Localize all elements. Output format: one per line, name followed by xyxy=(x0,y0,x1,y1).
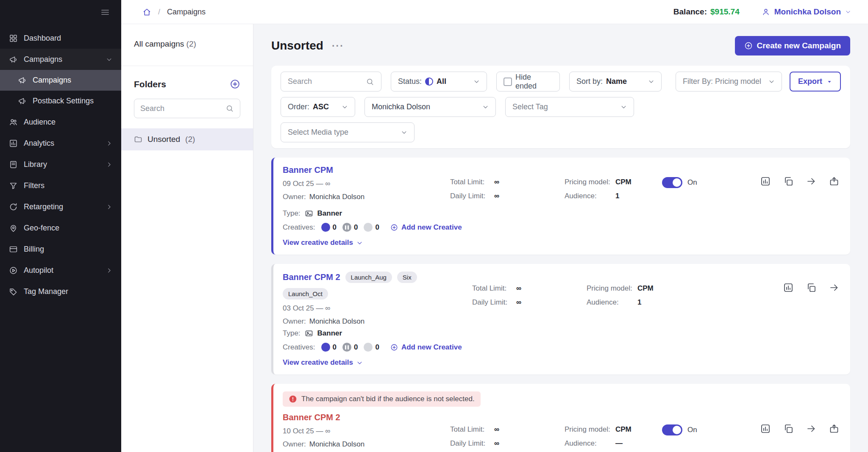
inactive-creatives-dot xyxy=(364,223,373,232)
copy-icon[interactable] xyxy=(783,176,793,186)
create-campaign-label: Create new Campaign xyxy=(757,41,841,50)
add-new-creative-label: Add new Creative xyxy=(401,223,462,232)
folder-icon xyxy=(134,135,142,144)
copy-icon[interactable] xyxy=(783,424,793,434)
export-button[interactable]: Export xyxy=(790,72,841,92)
campaign-title[interactable]: Banner CPM xyxy=(283,165,333,175)
pricing-model-value: CPM xyxy=(637,284,654,293)
statistics-icon[interactable] xyxy=(760,424,771,434)
all-campaigns-link[interactable]: All campaigns (2) xyxy=(121,24,253,66)
more-options-icon[interactable]: ··· xyxy=(332,41,344,51)
filters-icon xyxy=(9,181,18,190)
campaign-title[interactable]: Banner CPM 2 xyxy=(283,413,340,422)
campaign-owner: Owner: Monichka Dolson xyxy=(283,440,443,449)
sidebar-item-library[interactable]: Library xyxy=(0,154,121,175)
sidebar-item-autopilot[interactable]: Autopilot xyxy=(0,260,121,281)
paused-creatives-dot xyxy=(342,343,351,352)
campaign-tag: Launch_Aug xyxy=(345,272,392,283)
total-limit-label: Total Limit: xyxy=(450,178,491,186)
campaign-owner: Owner: Monichka Dolson xyxy=(283,317,465,326)
campaign-date-range: 03 Oct 25 — ∞ xyxy=(283,304,465,313)
daily-limit-label: Daily Limit: xyxy=(472,298,513,307)
sidebar-item-geo-fence[interactable]: Geo-fence xyxy=(0,217,121,238)
sidebar-item-filters[interactable]: Filters xyxy=(0,175,121,196)
filter-by-pricing-dropdown[interactable]: Filter By: Pricing model xyxy=(676,72,782,92)
pricing-model-value: CPM xyxy=(615,178,632,186)
all-campaigns-count: (2) xyxy=(186,39,196,48)
audience-icon xyxy=(9,118,18,127)
sidebar-item-analytics[interactable]: Analytics xyxy=(0,133,121,154)
hide-ended-checkbox[interactable] xyxy=(504,78,512,86)
retargeting-icon xyxy=(9,202,18,211)
status-value: All xyxy=(437,77,446,86)
owner-value: Monichka Dolson xyxy=(309,440,364,449)
statistics-icon[interactable] xyxy=(760,176,771,186)
add-folder-icon[interactable] xyxy=(230,79,240,89)
statistics-icon[interactable] xyxy=(783,283,793,293)
user-name: Monichka Dolson xyxy=(774,7,841,17)
view-creative-details-button[interactable]: View creative details xyxy=(283,238,839,247)
campaign-search-input[interactable] xyxy=(288,77,362,86)
folder-count: (2) xyxy=(185,135,195,144)
breadcrumb-current[interactable]: Campaigns xyxy=(167,8,206,17)
campaign-actions xyxy=(760,176,839,186)
add-new-creative-button[interactable]: Add new Creative xyxy=(390,343,462,352)
add-new-creative-button[interactable]: Add new Creative xyxy=(390,223,462,232)
campaigns-icon xyxy=(9,55,18,64)
audience-label: Audience: xyxy=(565,439,612,448)
campaign-actions xyxy=(760,424,839,434)
campaign-creatives: Creatives: 0 0 0 Add new Creative xyxy=(283,343,839,352)
order-value: ASC xyxy=(313,103,329,111)
sidebar-item-label: Filters xyxy=(24,181,45,190)
creatives-label: Creatives: xyxy=(283,343,315,352)
status-toggle[interactable] xyxy=(662,177,682,188)
warning-text: The campaign can't bid if the audience i… xyxy=(301,395,475,403)
media-type-dropdown[interactable]: Select Media type xyxy=(281,122,415,142)
sidebar-item-dashboard[interactable]: Dashboard xyxy=(0,28,121,49)
plus-circle-icon xyxy=(390,224,398,231)
archive-icon[interactable] xyxy=(829,176,839,186)
owner-filter-dropdown[interactable]: Monichka Dolson xyxy=(364,97,496,117)
sidebar-item-audience[interactable]: Audience xyxy=(0,111,121,133)
sidebar-item-label: Audience xyxy=(24,118,56,127)
sidebar-item-retargeting[interactable]: Retargeting xyxy=(0,196,121,217)
status-toggle[interactable] xyxy=(662,424,682,435)
sidebar-item-postback-settings[interactable]: Postback Settings xyxy=(0,91,121,111)
paused-creatives-count: 0 xyxy=(354,223,358,232)
sidebar-item-campaigns-parent[interactable]: Campaigns xyxy=(0,49,121,70)
go-to-icon[interactable] xyxy=(806,176,816,186)
chevron-right-icon xyxy=(106,267,112,274)
chevron-right-icon xyxy=(106,161,112,168)
sidebar-nav: Dashboard Campaigns Campaigns Postback S… xyxy=(0,28,121,302)
sort-by-value: Name xyxy=(606,77,627,86)
user-menu[interactable]: Monichka Dolson xyxy=(762,7,851,17)
sidebar-item-label: Retargeting xyxy=(24,202,63,211)
archive-icon[interactable] xyxy=(829,424,839,434)
sidebar-item-campaigns[interactable]: Campaigns xyxy=(0,70,121,91)
go-to-icon[interactable] xyxy=(829,283,839,293)
home-icon[interactable] xyxy=(142,8,151,17)
sidebar-item-billing[interactable]: Billing xyxy=(0,238,121,260)
folder-search-input[interactable] xyxy=(140,104,225,113)
order-dropdown[interactable]: Order: ASC xyxy=(281,97,355,117)
go-to-icon[interactable] xyxy=(806,424,816,434)
folder-item-unsorted[interactable]: Unsorted (2) xyxy=(121,128,253,150)
view-creative-details-button[interactable]: View creative details xyxy=(283,358,839,367)
chevron-down-icon xyxy=(106,56,112,63)
hamburger-menu-icon[interactable] xyxy=(100,7,110,17)
active-creatives-count: 0 xyxy=(333,343,337,352)
sidebar-item-tag-manager[interactable]: Tag Manager xyxy=(0,281,121,302)
campaign-title[interactable]: Banner CPM 2 xyxy=(283,272,340,282)
sidebar-item-label: Analytics xyxy=(24,139,54,148)
copy-icon[interactable] xyxy=(806,283,816,293)
active-creatives-dot xyxy=(321,343,330,352)
geo-fence-icon xyxy=(9,224,18,233)
create-campaign-button[interactable]: Create new Campaign xyxy=(735,36,851,55)
folder-name: Unsorted xyxy=(147,135,180,144)
sort-by-dropdown[interactable]: Sort by: Name xyxy=(569,72,662,92)
status-filter-dropdown[interactable]: Status: All xyxy=(391,72,487,92)
toggle-label: On xyxy=(687,426,697,434)
tag-filter-dropdown[interactable]: Select Tag xyxy=(505,97,634,117)
campaign-date-range: 09 Oct 25 — ∞ xyxy=(283,180,443,188)
campaign-search xyxy=(281,72,381,92)
